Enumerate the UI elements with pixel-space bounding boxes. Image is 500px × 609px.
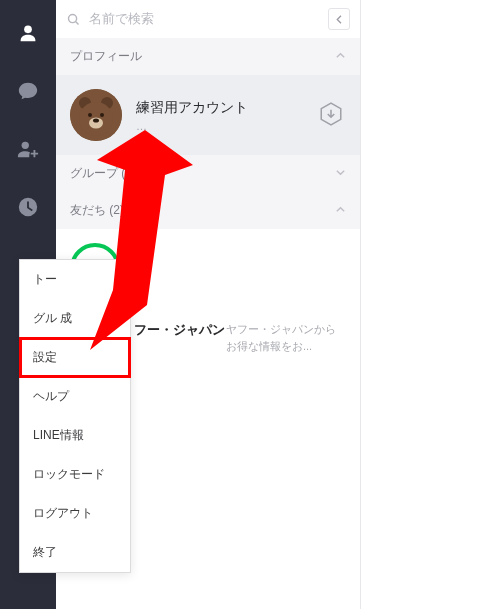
search-input[interactable]: 名前で検索: [66, 10, 328, 28]
svg-point-1: [22, 142, 29, 149]
section-label: プロフィール: [70, 48, 142, 65]
person-add-icon: [16, 138, 40, 160]
chat-icon: [17, 80, 39, 102]
download-hex-icon: [318, 101, 344, 127]
chevron-up-icon: [335, 50, 346, 64]
nav-timeline[interactable]: [13, 192, 43, 222]
menu-talk[interactable]: トー: [20, 260, 130, 299]
nav-friends[interactable]: [13, 18, 43, 48]
svg-point-2: [69, 14, 77, 22]
menu-line-info[interactable]: LINE情報: [20, 416, 130, 455]
context-menu: トー グル 成 設定 ヘルプ LINE情報 ロックモード ログアウト 終了: [19, 259, 131, 573]
search-bar: 名前で検索: [56, 0, 360, 38]
profile-sub: …: [136, 120, 248, 132]
profile-name: 練習用アカウント: [136, 99, 248, 117]
menu-lock[interactable]: ロックモード: [20, 455, 130, 494]
chevron-left-icon: [335, 15, 344, 24]
profile-download-button[interactable]: [318, 101, 346, 129]
person-icon: [17, 22, 39, 44]
section-label: 友だち (2): [70, 202, 124, 219]
friend-name: フー・ジャパン: [134, 321, 225, 339]
svg-point-0: [24, 25, 32, 33]
svg-point-7: [88, 113, 92, 117]
menu-group-create[interactable]: グル 成: [20, 299, 130, 338]
search-placeholder: 名前で検索: [89, 10, 154, 28]
menu-settings[interactable]: 設定: [20, 338, 130, 377]
avatar: [70, 89, 122, 141]
profile-text: 練習用アカウント …: [136, 99, 248, 132]
svg-point-8: [100, 113, 104, 117]
section-label: グループ (6): [70, 165, 136, 182]
collapse-button[interactable]: [328, 8, 350, 30]
svg-point-10: [93, 119, 99, 123]
menu-exit[interactable]: 終了: [20, 533, 130, 572]
section-profile[interactable]: プロフィール: [56, 38, 360, 75]
search-icon: [66, 12, 81, 27]
bear-avatar-icon: [70, 89, 122, 141]
nav-add-friend[interactable]: [13, 134, 43, 164]
chevron-down-icon: [335, 167, 346, 181]
nav-chats[interactable]: [13, 76, 43, 106]
clock-icon: [17, 196, 39, 218]
section-groups[interactable]: グループ (6): [56, 155, 360, 192]
chevron-up-icon: [335, 204, 346, 218]
content-pane: [361, 0, 500, 609]
menu-help[interactable]: ヘルプ: [20, 377, 130, 416]
menu-logout[interactable]: ログアウト: [20, 494, 130, 533]
section-friends[interactable]: 友だち (2): [56, 192, 360, 229]
friend-desc: ヤフー・ジャパンから お得な情報をお...: [226, 321, 346, 354]
profile-row[interactable]: 練習用アカウント …: [56, 75, 360, 155]
